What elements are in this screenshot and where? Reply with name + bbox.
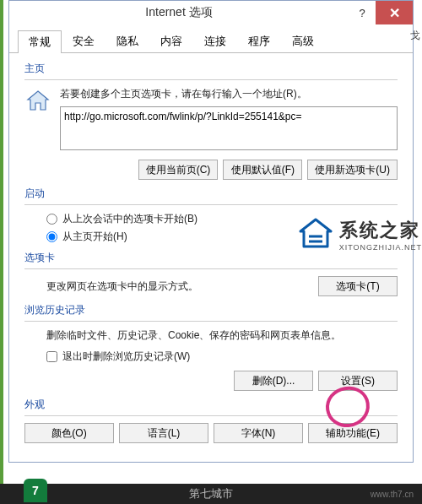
home-icon: [24, 87, 51, 114]
history-desc: 删除临时文件、历史记录、Cookie、保存的密码和网页表单信息。: [46, 328, 398, 343]
watermark-title: 系统之家: [339, 218, 422, 243]
divider: [24, 268, 398, 269]
tabs-button[interactable]: 选项卡(T): [318, 276, 398, 296]
footer-logo: 7: [24, 479, 47, 502]
tab-general[interactable]: 常规: [18, 30, 62, 53]
radio-homepage-input[interactable]: [46, 231, 57, 242]
titlebar: Internet 选项 ? ✕: [9, 1, 413, 24]
use-current-button[interactable]: 使用当前页(C): [138, 160, 219, 180]
close-button[interactable]: ✕: [376, 1, 413, 24]
tab-programs[interactable]: 程序: [237, 30, 281, 52]
delete-on-exit-label: 退出时删除浏览历史记录(W): [62, 350, 190, 364]
tabs-title: 选项卡: [24, 251, 398, 265]
tab-content[interactable]: 内容: [149, 30, 193, 52]
watermark: 系统之家 XITONGZHIJIA.NET: [299, 218, 422, 252]
window-title: Internet 选项: [9, 5, 349, 20]
homepage-url-input[interactable]: [60, 106, 398, 150]
radio-last-session-label: 从上次会话中的选项卡开始(B): [62, 212, 197, 226]
tab-advanced[interactable]: 高级: [281, 30, 325, 52]
languages-button[interactable]: 语言(L): [119, 423, 208, 443]
watermark-icon: [299, 218, 333, 252]
footer-text: 第七城市: [189, 486, 233, 501]
tab-security[interactable]: 安全: [62, 30, 106, 52]
delete-button[interactable]: 删除(D)...: [234, 371, 313, 391]
accessibility-button[interactable]: 辅助功能(E): [308, 423, 398, 443]
radio-homepage-label: 从主页开始(H): [62, 230, 127, 244]
tabs-desc: 更改网页在选项卡中的显示方式。: [46, 279, 198, 294]
divider: [24, 204, 398, 205]
history-title: 浏览历史记录: [24, 303, 398, 317]
appearance-group: 外观 颜色(O) 语言(L) 字体(N) 辅助功能(E): [24, 398, 398, 443]
radio-last-session-input[interactable]: [46, 214, 57, 225]
colors-button[interactable]: 颜色(O): [24, 423, 114, 443]
tab-connections[interactable]: 连接: [193, 30, 237, 52]
fonts-button[interactable]: 字体(N): [214, 423, 303, 443]
divider: [24, 321, 398, 322]
tab-privacy[interactable]: 隐私: [106, 30, 149, 52]
tab-strip: 常规 安全 隐私 内容 连接 程序 高级: [9, 26, 413, 53]
homepage-desc: 若要创建多个主页选项卡，请在每行输入一个地址(R)。: [60, 87, 398, 101]
appearance-title: 外观: [24, 398, 398, 412]
cropped-char: 戈: [410, 29, 420, 43]
tabs-group: 选项卡 更改网页在选项卡中的显示方式。 选项卡(T): [24, 251, 398, 296]
use-default-button[interactable]: 使用默认值(F): [223, 160, 302, 180]
homepage-title: 主页: [24, 62, 398, 76]
help-button[interactable]: ?: [349, 1, 376, 24]
use-newtab-button[interactable]: 使用新选项卡(U): [307, 160, 398, 180]
delete-on-exit-input[interactable]: [46, 351, 57, 362]
delete-on-exit-checkbox[interactable]: 退出时删除浏览历史记录(W): [46, 350, 398, 364]
divider: [24, 79, 398, 80]
footer-site: www.th7.cn: [371, 490, 414, 499]
history-settings-button[interactable]: 设置(S): [318, 371, 398, 391]
homepage-group: 主页 若要创建多个主页选项卡，请在每行输入一个地址(R)。 使用当前页(C) 使…: [24, 62, 398, 180]
history-group: 浏览历史记录 删除临时文件、历史记录、Cookie、保存的密码和网页表单信息。 …: [24, 303, 398, 391]
divider: [24, 415, 398, 416]
watermark-sub: XITONGZHIJIA.NET: [339, 243, 422, 252]
startup-title: 启动: [24, 187, 398, 201]
footer-bar: 7 第七城市 www.th7.cn: [0, 484, 422, 504]
